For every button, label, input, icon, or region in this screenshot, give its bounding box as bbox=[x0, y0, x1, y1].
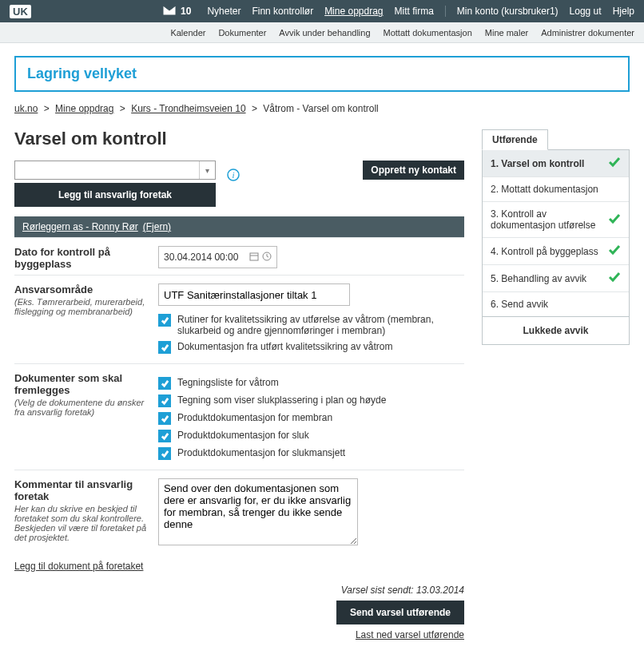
sub-mottatt[interactable]: Mottatt dokumentasjon bbox=[384, 28, 472, 38]
doc-checkbox-row: Dokumentasjon fra utført kvalitetssikrin… bbox=[158, 341, 464, 354]
step-item[interactable]: 5. Behandling av avvik bbox=[483, 265, 629, 292]
logo[interactable]: UK bbox=[10, 5, 31, 18]
svg-rect-2 bbox=[250, 253, 258, 260]
checkbox-label: Tegning som viser slukplassering i plan … bbox=[177, 394, 386, 406]
mail-count: 10 bbox=[181, 6, 191, 17]
send-button[interactable]: Send varsel utførende bbox=[336, 601, 464, 624]
step-item[interactable]: 3. Kontroll av dokumentasjon utførelse bbox=[483, 202, 629, 238]
checkbox-label: Tegningsliste for våtrom bbox=[177, 377, 279, 388]
step-item[interactable]: 6. Send avvik bbox=[483, 292, 629, 316]
last-sent-label: Varsel sist sendt: 13.03.2014 bbox=[341, 585, 464, 596]
doc-checkbox-row: Rutiner for kvalitetssikring av utførels… bbox=[158, 314, 464, 336]
step-label: 2. Mottatt dokumentasjon bbox=[491, 184, 598, 195]
account-label: Min konto bbox=[457, 6, 499, 17]
closed-deviations[interactable]: Lukkede avvik bbox=[483, 316, 629, 344]
checkbox[interactable] bbox=[158, 394, 171, 407]
nav-mitt-firma[interactable]: Mitt firma bbox=[395, 6, 434, 17]
area-label: Ansvarsområde bbox=[14, 283, 150, 295]
sub-dokumenter[interactable]: Dokumenter bbox=[218, 28, 266, 38]
date-label: Dato for kontroll på byggeplass bbox=[14, 246, 150, 270]
account-user: (kursbruker1) bbox=[501, 6, 558, 17]
checkbox[interactable] bbox=[158, 314, 171, 327]
chevron-down-icon: ▾ bbox=[199, 161, 215, 179]
clock-icon[interactable] bbox=[262, 252, 272, 264]
area-hint: (Eks. Tømrerarbeid, murerarbeid, flisleg… bbox=[14, 297, 150, 316]
step-item[interactable]: 4. Kontroll på byggeplass bbox=[483, 238, 629, 265]
checkbox-label: Produktdokumentasjon for membran bbox=[177, 412, 332, 423]
step-item[interactable]: 1. Varsel om kontroll bbox=[483, 150, 629, 177]
calendar-icon[interactable] bbox=[249, 252, 259, 264]
info-icon[interactable]: i bbox=[227, 168, 240, 184]
step-item[interactable]: 2. Mottatt dokumentasjon bbox=[483, 177, 629, 202]
crumb-current: Våtrom - Varsel om kontroll bbox=[263, 103, 379, 114]
mail-indicator[interactable]: 10 bbox=[163, 6, 191, 18]
sub-maler[interactable]: Mine maler bbox=[485, 28, 528, 38]
comment-label: Kommentar til ansvarlig foretak bbox=[14, 478, 150, 502]
checkbox-label: Rutiner for kvalitetssikring av utførels… bbox=[177, 314, 464, 336]
side-tab[interactable]: Utførende bbox=[482, 129, 548, 150]
doc-checkbox-row: Produktdokumentasjon for membran bbox=[158, 412, 464, 425]
add-document-link[interactable]: Legg til dokument på foretaket bbox=[14, 561, 143, 572]
doc-checkbox-row: Tegning som viser slukplassering i plan … bbox=[158, 394, 464, 407]
doc-checkbox-row: Tegningsliste for våtrom bbox=[158, 377, 464, 390]
alert-success: Lagring vellyket bbox=[14, 56, 630, 92]
comment-textarea[interactable] bbox=[158, 478, 358, 545]
topbar: UK 10 Nyheter Finn kontrollør Mine oppdr… bbox=[0, 0, 644, 22]
docs-label: Dokumenter som skal fremlegges bbox=[14, 372, 150, 396]
nav-finn-kontrollor[interactable]: Finn kontrollør bbox=[252, 6, 313, 17]
date-value: 30.04.2014 00:00 bbox=[164, 252, 238, 263]
check-icon bbox=[608, 244, 621, 258]
company-header: Rørleggern as - Ronny Rør (Fjern) bbox=[14, 216, 464, 237]
checkbox[interactable] bbox=[158, 377, 171, 390]
checkbox-label: Produktdokumentasjon for sluk bbox=[177, 430, 309, 441]
crumb-project[interactable]: Kurs - Trondheimsveien 10 bbox=[131, 103, 245, 114]
svg-text:i: i bbox=[232, 170, 234, 180]
checkbox[interactable] bbox=[158, 341, 171, 354]
crumb-home[interactable]: uk.no bbox=[14, 103, 38, 114]
responsible-select[interactable]: ▾ bbox=[14, 161, 216, 180]
area-input[interactable] bbox=[158, 283, 350, 306]
step-label: 1. Varsel om kontroll bbox=[491, 158, 584, 169]
add-responsible-button[interactable]: Legg til ansvarlig foretak bbox=[14, 183, 216, 207]
page-title: Varsel om kontroll bbox=[14, 129, 464, 149]
step-label: 5. Behandling av avvik bbox=[491, 273, 586, 284]
sub-admin-dok[interactable]: Administrer dokumenter bbox=[541, 28, 634, 38]
check-icon bbox=[608, 272, 621, 285]
step-label: 4. Kontroll på byggeplass bbox=[491, 246, 598, 257]
nav-min-konto[interactable]: Min konto (kursbruker1) bbox=[457, 6, 559, 17]
comment-hint: Her kan du skrive en beskjed til foretak… bbox=[14, 504, 150, 542]
check-icon bbox=[608, 157, 621, 170]
breadcrumb: uk.no > Mine oppdrag > Kurs - Trondheims… bbox=[14, 103, 630, 114]
nav-nyheter[interactable]: Nyheter bbox=[207, 6, 241, 17]
sub-avvik[interactable]: Avvik under behandling bbox=[279, 28, 370, 38]
docs-hint: (Velg de dokumentene du ønsker fra ansva… bbox=[14, 398, 150, 417]
download-link[interactable]: Last ned varsel utførende bbox=[356, 629, 464, 640]
mail-icon bbox=[163, 6, 176, 18]
step-label: 6. Send avvik bbox=[491, 299, 548, 310]
crumb-oppdrag[interactable]: Mine oppdrag bbox=[55, 103, 113, 114]
nav-mine-oppdrag[interactable]: Mine oppdrag bbox=[324, 6, 383, 17]
step-list: 1. Varsel om kontroll2. Mottatt dokument… bbox=[482, 149, 630, 345]
step-label: 3. Kontroll av dokumentasjon utførelse bbox=[491, 208, 608, 231]
checkbox[interactable] bbox=[158, 412, 171, 425]
sub-kalender[interactable]: Kalender bbox=[170, 28, 205, 38]
subnav: Kalender Dokumenter Avvik under behandli… bbox=[0, 22, 644, 43]
checkbox-label: Dokumentasjon fra utført kvalitetssikrin… bbox=[177, 341, 392, 352]
doc-checkbox-row: Produktdokumentasjon for slukmansjett bbox=[158, 447, 464, 460]
date-input[interactable]: 30.04.2014 00:00 bbox=[158, 246, 277, 268]
new-contact-button[interactable]: Opprett ny kontakt bbox=[363, 161, 464, 180]
checkbox[interactable] bbox=[158, 447, 171, 460]
company-link[interactable]: Rørleggern as - Ronny Rør bbox=[22, 221, 138, 232]
check-icon bbox=[608, 213, 621, 227]
doc-checkbox-row: Produktdokumentasjon for sluk bbox=[158, 430, 464, 442]
remove-company-link[interactable]: (Fjern) bbox=[143, 221, 171, 232]
nav-logg-ut[interactable]: Logg ut bbox=[570, 6, 602, 17]
nav-hjelp[interactable]: Hjelp bbox=[613, 6, 634, 17]
checkbox[interactable] bbox=[158, 430, 171, 442]
checkbox-label: Produktdokumentasjon for slukmansjett bbox=[177, 447, 345, 458]
separator bbox=[445, 6, 446, 17]
